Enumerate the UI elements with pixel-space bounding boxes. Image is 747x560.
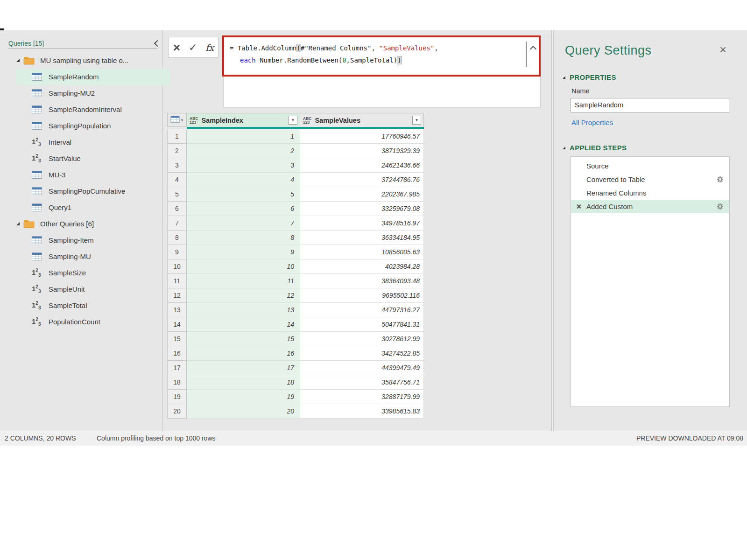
formula-scrollbar-thumb[interactable] — [526, 42, 527, 67]
cell-samplevalues[interactable]: 34274522.85 — [300, 346, 424, 361]
query-item-interval[interactable]: 123Interval — [15, 134, 171, 150]
row-number[interactable]: 8 — [167, 231, 187, 245]
cell-samplevalues[interactable]: 9695502.116 — [300, 288, 424, 303]
cell-samplevalues[interactable]: 34978516.97 — [300, 216, 424, 231]
cell-samplevalues[interactable]: 33985615.83 — [300, 404, 424, 419]
cell-samplevalues[interactable]: 35847756.71 — [300, 375, 424, 390]
row-number[interactable]: 13 — [167, 303, 187, 317]
expanded-arrow-icon[interactable] — [16, 222, 20, 225]
formula-cancel-icon[interactable] — [173, 44, 180, 51]
cell-sampleindex[interactable]: 7 — [187, 216, 300, 231]
cell-sampleindex[interactable]: 15 — [187, 332, 300, 346]
formula-collapse-icon[interactable] — [530, 45, 536, 51]
expanded-arrow-icon[interactable] — [16, 59, 20, 62]
cell-sampleindex[interactable]: 2 — [187, 144, 300, 158]
row-number[interactable]: 12 — [167, 288, 187, 303]
filter-dropdown-button[interactable]: ▼ — [412, 116, 421, 125]
cell-sampleindex[interactable]: 8 — [187, 231, 300, 245]
cell-samplevalues[interactable]: 44399479.49 — [300, 361, 424, 375]
formula-bar-input[interactable]: = Table.AddColumn(#"Renamed Columns", "S… — [223, 36, 541, 108]
column-header-sampleindex[interactable]: ABC123 SampleIndex ▼ — [187, 113, 300, 127]
select-all-corner-button[interactable]: ▼ — [167, 113, 187, 127]
collapse-queries-pane-icon[interactable] — [153, 40, 160, 47]
row-number[interactable]: 19 — [167, 390, 187, 404]
row-number[interactable]: 14 — [167, 317, 187, 332]
row-number[interactable]: 11 — [167, 274, 187, 288]
cell-samplevalues[interactable]: 37244786.76 — [300, 173, 424, 187]
query-item-startvalue[interactable]: 123StartValue — [15, 150, 171, 167]
cell-samplevalues[interactable]: 44797316.27 — [300, 303, 424, 317]
cell-sampleindex[interactable]: 17 — [187, 361, 300, 375]
row-number[interactable]: 16 — [167, 346, 187, 361]
filter-dropdown-button[interactable]: ▼ — [289, 116, 297, 125]
properties-section-header[interactable]: PROPERTIES — [563, 73, 616, 81]
row-number[interactable]: 17 — [167, 361, 187, 375]
cell-sampleindex[interactable]: 9 — [187, 245, 300, 259]
cell-sampleindex[interactable]: 12 — [187, 288, 300, 303]
row-number[interactable]: 1 — [167, 129, 187, 144]
cell-samplevalues[interactable]: 2202367.985 — [300, 187, 424, 202]
query-item-samplerandominterval[interactable]: SampleRandomInterval — [15, 101, 171, 118]
cell-sampleindex[interactable]: 18 — [187, 375, 300, 390]
query-item-samplingpopulation[interactable]: SamplingPopulation — [15, 118, 171, 134]
applied-step-renamed-columns[interactable]: Renamed Columns — [571, 186, 729, 200]
applied-step-converted-to-table[interactable]: Converted to Table — [571, 173, 729, 186]
cell-sampleindex[interactable]: 19 — [187, 390, 300, 404]
query-item-samplingpopcumulative[interactable]: SamplingPopCumulative — [15, 183, 171, 199]
query-group-other-queries-6[interactable]: Other Queries [6] — [15, 216, 155, 232]
applied-step-source[interactable]: Source — [571, 159, 729, 173]
cell-sampleindex[interactable]: 1 — [187, 129, 300, 144]
cell-sampleindex[interactable]: 3 — [187, 158, 300, 173]
cell-samplevalues[interactable]: 36334184.95 — [300, 231, 424, 245]
cell-samplevalues[interactable]: 50477841.31 — [300, 317, 424, 332]
query-group-mu-sampling-using-table-o[interactable]: MU sampling using table o... — [15, 52, 155, 69]
applied-steps-section-header[interactable]: APPLIED STEPS — [563, 144, 627, 152]
cell-samplevalues[interactable]: 24621436.66 — [300, 158, 424, 173]
row-number[interactable]: 4 — [167, 173, 187, 187]
cell-samplevalues[interactable]: 38719329.39 — [300, 144, 424, 158]
cell-sampleindex[interactable]: 20 — [187, 404, 300, 419]
row-number[interactable]: 6 — [167, 202, 187, 216]
cell-samplevalues[interactable]: 33259679.08 — [300, 202, 424, 216]
all-properties-link[interactable]: All Properties — [571, 119, 613, 126]
query-item-populationcount[interactable]: 123PopulationCount — [15, 314, 171, 330]
row-number[interactable]: 9 — [167, 245, 187, 259]
row-number[interactable]: 5 — [167, 187, 187, 202]
cell-sampleindex[interactable]: 16 — [187, 346, 300, 361]
row-number[interactable]: 2 — [167, 144, 187, 158]
query-item-samplesize[interactable]: 123SampleSize — [15, 265, 171, 281]
delete-step-icon[interactable] — [576, 204, 581, 209]
query-item-query1[interactable]: Query1 — [15, 199, 171, 216]
cell-sampleindex[interactable]: 5 — [187, 187, 300, 202]
cell-sampleindex[interactable]: 13 — [187, 303, 300, 317]
query-name-input[interactable]: SampleRandom — [571, 98, 729, 112]
row-number[interactable]: 20 — [167, 404, 187, 419]
query-item-sampling-mu[interactable]: Sampling-MU — [15, 248, 171, 265]
applied-step-added-custom[interactable]: Added Custom — [571, 200, 729, 213]
query-item-sampling-item[interactable]: Sampling-Item — [15, 232, 171, 248]
query-item-mu-3[interactable]: MU-3 — [15, 167, 171, 183]
row-number[interactable]: 15 — [167, 332, 187, 346]
cell-sampleindex[interactable]: 6 — [187, 202, 300, 216]
close-icon[interactable]: × — [719, 43, 726, 56]
cell-sampleindex[interactable]: 14 — [187, 317, 300, 332]
row-number[interactable]: 10 — [167, 259, 187, 274]
cell-samplevalues[interactable]: 30278612.99 — [300, 332, 424, 346]
cell-samplevalues[interactable]: 32887179.99 — [300, 390, 424, 404]
cell-samplevalues[interactable]: 38364093.48 — [300, 274, 424, 288]
cell-samplevalues[interactable]: 10856005.63 — [300, 245, 424, 259]
cell-samplevalues[interactable]: 17760946.57 — [300, 129, 424, 144]
cell-sampleindex[interactable]: 4 — [187, 173, 300, 187]
cell-sampleindex[interactable]: 11 — [187, 274, 300, 288]
query-item-sampletotal[interactable]: 123SampleTotal — [15, 297, 171, 314]
step-settings-gear-icon[interactable] — [717, 176, 724, 184]
step-settings-gear-icon[interactable] — [717, 203, 724, 211]
formula-commit-icon[interactable]: ✓ — [189, 42, 197, 53]
query-item-sampling-mu2[interactable]: Sampling-MU2 — [15, 85, 171, 101]
cell-sampleindex[interactable]: 10 — [187, 259, 300, 274]
cell-samplevalues[interactable]: 4023984.28 — [300, 259, 424, 274]
row-number[interactable]: 7 — [167, 216, 187, 231]
query-item-samplerandom[interactable]: SampleRandom — [15, 69, 171, 85]
query-item-sampleunit[interactable]: 123SampleUnit — [15, 281, 171, 297]
fx-icon[interactable]: fx — [205, 42, 214, 53]
